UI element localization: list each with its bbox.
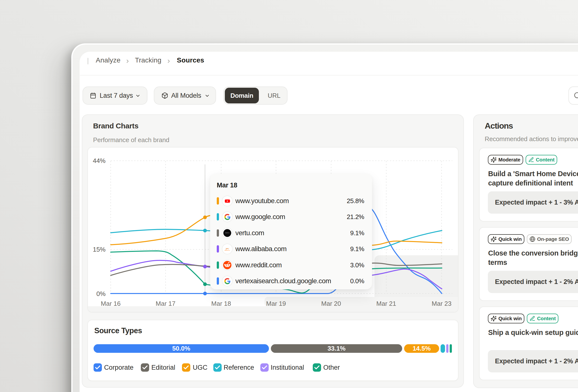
svg-text:Mar 20: Mar 20 — [321, 300, 341, 307]
svg-text:Alibaba.com: Alibaba.com — [225, 250, 230, 251]
svg-text:VERTU: VERTU — [225, 232, 230, 234]
svg-text:Mar 19: Mar 19 — [266, 300, 286, 307]
svg-text:0%: 0% — [96, 290, 105, 297]
svg-text:15%: 15% — [93, 246, 105, 253]
svg-text:Mar 18: Mar 18 — [211, 300, 231, 307]
svg-text:Mar 23: Mar 23 — [432, 300, 452, 307]
svg-text:44%: 44% — [93, 157, 105, 164]
svg-text:Mar 17: Mar 17 — [156, 300, 176, 307]
svg-text:Mar 21: Mar 21 — [377, 300, 396, 307]
svg-text:Mar 16: Mar 16 — [101, 300, 121, 307]
